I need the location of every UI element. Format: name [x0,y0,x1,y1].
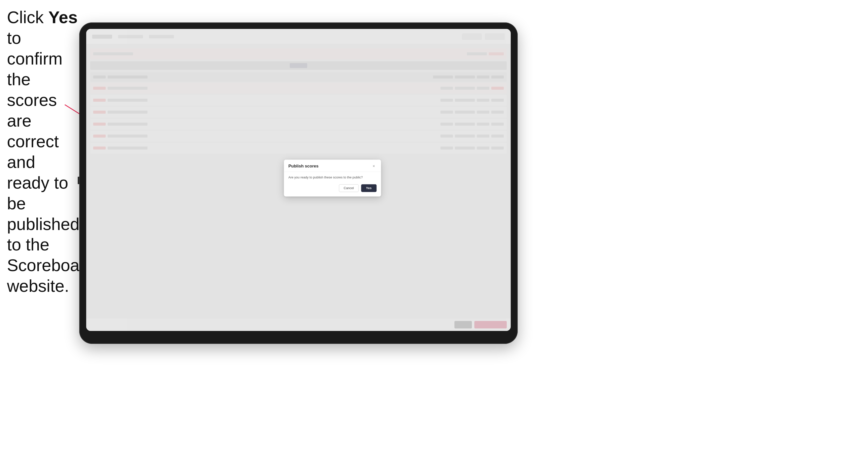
dialog-body: Are you ready to publish these scores to… [284,172,381,196]
dialog-header: Publish scores × [284,159,381,172]
tablet-side-button [78,177,79,184]
tablet-screen: Publish scores × Are you ready to publis… [86,29,511,331]
yes-button[interactable]: Yes [361,184,376,192]
dialog-actions: Cancel Yes [288,184,377,192]
instruction-text: Click Yes to confirm the scores are corr… [7,7,79,296]
modal-overlay: Publish scores × Are you ready to publis… [86,29,511,331]
publish-scores-dialog: Publish scores × Are you ready to publis… [284,159,381,196]
dialog-title: Publish scores [288,164,319,169]
dialog-message: Are you ready to publish these scores to… [288,175,377,180]
tablet-device: Publish scores × Are you ready to publis… [79,23,518,344]
cancel-button[interactable]: Cancel [339,184,359,192]
dialog-close-button[interactable]: × [371,163,377,169]
